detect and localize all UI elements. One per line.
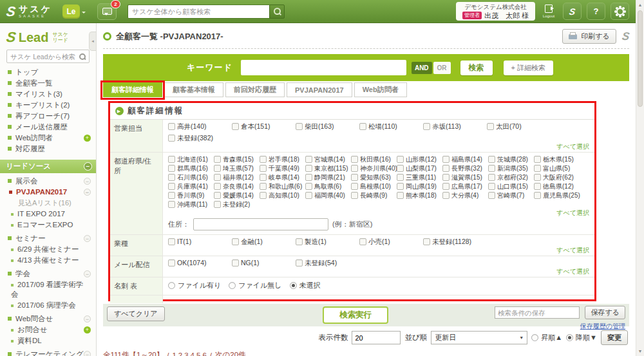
- checkbox[interactable]: [260, 165, 267, 172]
- checkbox[interactable]: [442, 165, 450, 172]
- radio[interactable]: [566, 334, 573, 341]
- search-execute-button[interactable]: 検索実行: [323, 306, 388, 324]
- checkbox[interactable]: [168, 123, 175, 130]
- checkbox-option[interactable]: 北海道(61): [168, 155, 214, 164]
- save-history-link[interactable]: 保存履歴の管理: [580, 322, 625, 331]
- page-link[interactable]: 6: [202, 351, 206, 356]
- saaske-logo[interactable]: サスケ SAASKE: [6, 4, 52, 19]
- print-button[interactable]: 印刷する: [562, 29, 616, 44]
- tab[interactable]: Web訪問者: [354, 82, 407, 97]
- sidebar-item[interactable]: メール送信履歴: [0, 122, 96, 133]
- checkbox-option[interactable]: 鹿児島県(25): [534, 191, 580, 200]
- sort-desc-option[interactable]: 降順▼: [566, 333, 597, 342]
- toggle-icon[interactable]: [84, 326, 91, 333]
- sort-asc-option[interactable]: 昇順▲: [531, 333, 562, 342]
- checkbox-option[interactable]: 徳島県(12): [534, 182, 580, 191]
- checkbox[interactable]: [214, 174, 221, 181]
- checkbox[interactable]: [397, 192, 404, 199]
- checkbox-option[interactable]: 群馬県(16): [168, 164, 214, 173]
- select-all-link[interactable]: すべて選択: [168, 247, 589, 254]
- checkbox[interactable]: [442, 174, 450, 181]
- checkbox-option[interactable]: 福井県(12): [214, 173, 260, 182]
- checkbox[interactable]: [359, 238, 366, 245]
- checkbox-option[interactable]: 石川県(16): [168, 173, 214, 182]
- checkbox-option[interactable]: 岡山県(19): [397, 182, 442, 191]
- tab[interactable]: 顧客基本情報: [164, 82, 223, 97]
- save-button[interactable]: 保存する: [585, 306, 625, 319]
- sidebar-item[interactable]: Web訪問者: [0, 133, 96, 144]
- toggle-icon[interactable]: [84, 135, 91, 142]
- checkbox[interactable]: [232, 238, 239, 245]
- page-scrollbar[interactable]: [636, 0, 644, 356]
- checkbox-option[interactable]: 埼玉県(57): [214, 164, 260, 173]
- scroll-up-icon[interactable]: [636, 3, 644, 7]
- checkbox[interactable]: [423, 238, 430, 245]
- tab[interactable]: 顧客詳細情報: [103, 82, 162, 97]
- sidebar-item[interactable]: 6/29 共催セミナー: [0, 244, 96, 255]
- checkbox-option[interactable]: 宮城県(14): [305, 155, 351, 164]
- checkbox[interactable]: [397, 165, 404, 172]
- collapse-icon[interactable]: [84, 162, 92, 171]
- checkbox-option[interactable]: 岩手県(18): [260, 155, 305, 164]
- search-button[interactable]: 検索: [460, 61, 493, 75]
- checkbox-option[interactable]: 山口県(15): [488, 182, 534, 191]
- or-toggle[interactable]: OR: [433, 62, 451, 74]
- checkbox[interactable]: [488, 192, 495, 199]
- checkbox[interactable]: [168, 201, 175, 208]
- checkbox-option[interactable]: 長野県(32): [442, 164, 488, 173]
- checkbox-option[interactable]: 金融(1): [232, 238, 296, 246]
- global-search-button[interactable]: [269, 5, 285, 19]
- and-toggle[interactable]: AND: [412, 62, 432, 74]
- radio-option[interactable]: ファイル有り: [168, 281, 221, 290]
- sidebar-item[interactable]: 2017/09 看護学術学会: [0, 279, 96, 300]
- checkbox-option[interactable]: 茨城県(28): [488, 155, 534, 164]
- checkbox[interactable]: [534, 192, 541, 199]
- sidebar-item[interactable]: 対応履歴: [0, 144, 96, 155]
- checkbox-option[interactable]: 京都府(32): [488, 173, 534, 182]
- radio[interactable]: [290, 282, 297, 289]
- toggle-icon[interactable]: [84, 270, 91, 277]
- checkbox[interactable]: [351, 156, 358, 163]
- checkbox[interactable]: [168, 156, 175, 163]
- checkbox-option[interactable]: 奈良県(14): [214, 182, 260, 191]
- checkbox-option[interactable]: 倉本(151): [232, 122, 296, 131]
- checkbox-option[interactable]: 富山県(5): [534, 164, 580, 173]
- sidebar-item[interactable]: IT EXPO 2017: [0, 209, 96, 220]
- checkbox[interactable]: [305, 174, 312, 181]
- apply-sort-button[interactable]: 変更: [601, 330, 628, 345]
- checkbox-option[interactable]: 山梨県(17): [397, 164, 442, 173]
- checkbox[interactable]: [488, 156, 495, 163]
- checkbox[interactable]: [305, 192, 312, 199]
- radio[interactable]: [531, 334, 538, 341]
- checkbox[interactable]: [168, 165, 175, 172]
- checkbox[interactable]: [351, 174, 358, 181]
- checkbox-option[interactable]: 鳥取県(6): [305, 182, 351, 191]
- checkbox[interactable]: [296, 123, 303, 130]
- checkbox-option[interactable]: 青森県(15): [214, 155, 260, 164]
- checkbox-option[interactable]: 製造(1): [296, 238, 359, 246]
- settings-button[interactable]: [611, 3, 629, 20]
- checkbox[interactable]: [359, 123, 366, 130]
- checkbox[interactable]: [260, 192, 267, 199]
- toggle-icon[interactable]: [84, 235, 91, 242]
- toggle-icon[interactable]: [84, 351, 91, 356]
- sidebar-item[interactable]: 2017/06 病理学会: [0, 300, 96, 311]
- lead-logo[interactable]: Lead サスケ リード: [0, 23, 96, 48]
- sidebar-item[interactable]: 再アプローチ(7): [0, 111, 96, 122]
- checkbox[interactable]: [305, 183, 312, 190]
- checkbox-option[interactable]: 松場(110): [359, 122, 423, 131]
- scroll-down-icon[interactable]: [636, 349, 644, 353]
- checkbox[interactable]: [397, 183, 404, 190]
- checkbox-option[interactable]: 愛知県(63): [351, 173, 397, 182]
- checkbox-option[interactable]: OK(1074): [168, 259, 232, 267]
- checkbox-option[interactable]: 滋賀県(15): [442, 173, 488, 182]
- checkbox-option[interactable]: 太田(70): [487, 122, 551, 131]
- sidebar-item[interactable]: キープリスト(2): [0, 100, 96, 111]
- checkbox[interactable]: [423, 123, 430, 130]
- checkbox-option[interactable]: 神奈川県(40): [351, 164, 397, 173]
- page-link[interactable]: 3: [184, 351, 188, 356]
- checkbox[interactable]: [214, 201, 221, 208]
- toggle-icon[interactable]: [84, 178, 91, 185]
- checkbox[interactable]: [168, 238, 175, 245]
- saaske-home-button[interactable]: [563, 3, 582, 20]
